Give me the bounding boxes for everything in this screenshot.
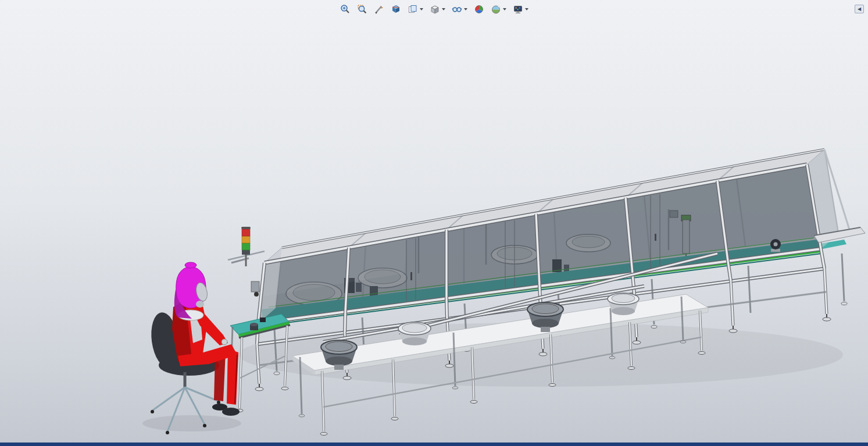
operator-figure xyxy=(148,262,240,434)
dropdown-caret-icon[interactable] xyxy=(464,8,467,10)
edit-appearance-icon xyxy=(474,4,484,15)
display-style-icon xyxy=(430,4,440,15)
view-orientation-icon xyxy=(408,4,418,15)
stack-light xyxy=(228,227,265,266)
zoom-to-fit-icon xyxy=(340,4,351,15)
zoom-to-fit-button[interactable] xyxy=(338,2,353,16)
zoom-to-area-button[interactable] xyxy=(355,2,370,16)
collapse-panel-button[interactable]: ◀ xyxy=(855,5,864,13)
3d-viewport[interactable]: ◀ xyxy=(0,0,868,446)
display-style-button[interactable] xyxy=(427,2,448,16)
dropdown-caret-icon[interactable] xyxy=(525,8,528,10)
door-handle xyxy=(655,234,656,241)
hopper-bowl-2 xyxy=(398,322,431,345)
hide-show-items-icon xyxy=(452,4,462,15)
previous-view-icon xyxy=(374,4,384,15)
door-handle xyxy=(410,272,412,280)
apply-scene-button[interactable] xyxy=(488,2,509,16)
dropdown-caret-icon[interactable] xyxy=(442,8,445,10)
view-settings-button[interactable] xyxy=(510,2,531,16)
assembly-line-model xyxy=(0,0,868,446)
heads-up-view-toolbar xyxy=(338,2,531,16)
hopper-bowl-4 xyxy=(608,293,639,315)
apply-scene-icon xyxy=(491,4,501,15)
view-orientation-button[interactable] xyxy=(405,2,426,16)
section-view-icon xyxy=(391,4,401,15)
left-end-bracket xyxy=(251,281,259,297)
dropdown-caret-icon[interactable] xyxy=(420,8,423,10)
previous-view-button[interactable] xyxy=(372,2,387,16)
dropdown-caret-icon[interactable] xyxy=(503,8,506,10)
taskbar-strip xyxy=(0,443,868,446)
section-view-button[interactable] xyxy=(388,2,403,16)
view-settings-icon xyxy=(513,4,523,15)
belt-pulley xyxy=(770,239,781,252)
hide-show-items-button[interactable] xyxy=(449,2,470,16)
zoom-to-area-icon xyxy=(357,4,367,15)
edit-appearance-button[interactable] xyxy=(471,2,487,16)
